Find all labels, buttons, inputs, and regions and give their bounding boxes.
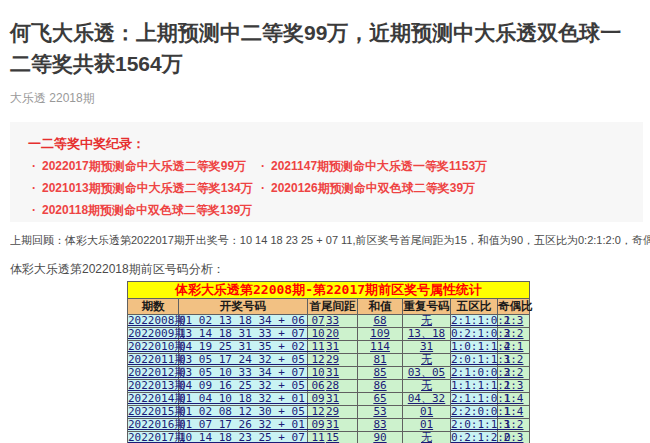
table-cell: 53 [358, 406, 403, 419]
last-draw-review: 上期回顾：体彩大乐透第2022017期开出奖号：10 14 18 23 25 +… [10, 233, 650, 248]
record-item-text: 2022017期预测命中大乐透二等奖99万 [42, 159, 246, 173]
table-row: 2022016期01 07 17 26 32 + 01 093183012:0:… [128, 419, 530, 432]
bullet-dot-icon: · [261, 181, 265, 195]
table-cell: 2:2:0:0:1 [451, 406, 498, 419]
record-item: ·2020118期预测命中双色球二等奖139万 [32, 202, 252, 219]
table-cell: 114 [358, 341, 403, 354]
table-cell: 无 [403, 432, 451, 443]
table-cell: 83 [358, 419, 403, 432]
table-cell: 81 [358, 354, 403, 367]
column-header: 和值 [358, 299, 403, 315]
table-cell: 68 [358, 315, 403, 328]
table-row: 2022008期01 02 13 18 34 + 06 073368无2:1:1… [128, 315, 530, 328]
table-cell: 01 07 17 26 32 + 01 09 [179, 419, 308, 432]
table-cell: 2022013期 [128, 380, 179, 393]
table-cell: 2022017期 [128, 432, 179, 443]
record-item: ·2022017期预测命中大乐透二等奖99万 [32, 158, 246, 175]
table-cell: 0:2:1:0:2 [451, 328, 498, 341]
column-header: 期数 [128, 299, 179, 315]
table-row: 2022011期03 05 17 24 32 + 05 122981无2:0:1… [128, 354, 530, 367]
column-header: 五区比 [451, 299, 498, 315]
table-cell: 65 [358, 393, 403, 406]
bullet-dot-icon: · [32, 159, 36, 173]
table-cell: 31 [403, 341, 451, 354]
table-cell: 无 [403, 315, 451, 328]
table-cell: 2022015期 [128, 406, 179, 419]
winning-records-panel: 一二等奖中奖纪录： ·2022017期预测命中大乐透二等奖99万·2021013… [10, 122, 643, 222]
table-cell: 90 [358, 432, 403, 443]
table-cell: 04 09 16 25 32 + 05 06 [179, 380, 308, 393]
table-cell: 2:1:1:0:1 [451, 315, 498, 328]
table-cell: 01 04 10 18 32 + 01 09 [179, 393, 308, 406]
table-title-row: 体彩大乐透第22008期-第22017期前区奖号属性统计 [128, 282, 530, 299]
table-cell: 01 [403, 419, 451, 432]
table-cell: 2:1:0:0:2 [451, 367, 498, 380]
table-header-row: 期数开奖号码首尾间距和值重复号码五区比奇偶比 [128, 299, 530, 315]
record-item-text: 2021147期预测命中大乐透一等奖1153万 [271, 159, 487, 173]
table-cell: 85 [358, 367, 403, 380]
table-row: 2022009期13 14 18 31 33 + 07 102010913、18… [128, 328, 530, 341]
table-cell: 2:1:1:0:1 [451, 393, 498, 406]
table-cell: 03 05 10 33 34 + 07 10 [179, 367, 308, 380]
table-cell: 04 19 25 31 35 + 02 11 [179, 341, 308, 354]
table-cell: 03、05 [403, 367, 451, 380]
table-cell: 04、32 [403, 393, 451, 406]
table-title: 体彩大乐透第22008期-第22017期前区奖号属性统计 [128, 282, 530, 299]
bullet-dot-icon: · [32, 181, 36, 195]
table-cell: 86 [358, 380, 403, 393]
table-cell: 1:0:1:1:2 [451, 341, 498, 354]
record-item-text: 2020118期预测命中双色球二等奖139万 [42, 203, 252, 217]
stats-table: 体彩大乐透第22008期-第22017期前区奖号属性统计 期数开奖号码首尾间距和… [127, 281, 530, 443]
column-header: 首尾间距 [308, 299, 358, 315]
table-cell: 2022008期 [128, 315, 179, 328]
table-cell: 01 02 08 12 30 + 05 12 [179, 406, 308, 419]
column-header: 开奖号码 [179, 299, 308, 315]
page-subtitle: 大乐透 22018期 [10, 90, 95, 107]
page-title: 何飞大乐透：上期预测中二等奖99万，近期预测中大乐透双色球一二等奖共获1564万 [10, 17, 636, 79]
table-cell: 13 14 18 31 33 + 07 10 [179, 328, 308, 341]
table-cell: 无 [403, 380, 451, 393]
record-item-text: 2020126期预测命中双色球二等奖39万 [271, 181, 475, 195]
table-cell: 10 14 18 23 25 + 07 11 [179, 432, 308, 443]
table-cell: 13、18 [403, 328, 451, 341]
bullet-dot-icon: · [32, 203, 36, 217]
table-cell: 2022012期 [128, 367, 179, 380]
record-item: ·2021013期预测命中大乐透二等奖134万 [32, 180, 253, 197]
table-cell: 01 02 13 18 34 + 06 07 [179, 315, 308, 328]
column-header: 奇偶比 [498, 299, 530, 315]
table-row: 2022014期01 04 10 18 32 + 01 09316504、322… [128, 393, 530, 406]
bullet-dot-icon: · [261, 159, 265, 173]
table-row: 2022013期04 09 16 25 32 + 05 062886无1:1:1… [128, 380, 530, 393]
table-cell: 2:0:1:1:1 [451, 419, 498, 432]
analysis-heading: 体彩大乐透第2022018期前区号码分析： [10, 261, 225, 278]
article-page: { "page": { "title": "何飞大乐透：上期预测中二等奖99万，… [0, 0, 650, 443]
record-item: ·2021147期预测命中大乐透一等奖1153万 [261, 158, 487, 175]
table-cell: 01 [403, 406, 451, 419]
table-cell: 2022016期 [128, 419, 179, 432]
table-cell: 2:0:1:1:1 [451, 354, 498, 367]
table-cell: 03 05 17 24 32 + 05 12 [179, 354, 308, 367]
column-header: 重复号码 [403, 299, 451, 315]
record-item-text: 2021013期预测命中大乐透二等奖134万 [42, 181, 253, 195]
table-cell: 2022011期 [128, 354, 179, 367]
table-row: 2022012期03 05 10 33 34 + 07 10318503、052… [128, 367, 530, 380]
record-item: ·2020126期预测命中双色球二等奖39万 [261, 180, 475, 197]
table-cell: 无 [403, 354, 451, 367]
table-cell: 2022010期 [128, 341, 179, 354]
table-row: 2022010期04 19 25 31 35 + 02 1131114311:0… [128, 341, 530, 354]
table-cell: 0:2:1:2:0 [451, 432, 498, 443]
table-cell: 2022009期 [128, 328, 179, 341]
table-row: 2022017期10 14 18 23 25 + 07 111590无0:2:1… [128, 432, 530, 443]
table-row: 2022015期01 02 08 12 30 + 05 122953012:2:… [128, 406, 530, 419]
table-cell: 2022014期 [128, 393, 179, 406]
table-cell: 1:1:1:1:1 [451, 380, 498, 393]
records-heading: 一二等奖中奖纪录： [28, 135, 145, 153]
table-cell: 109 [358, 328, 403, 341]
